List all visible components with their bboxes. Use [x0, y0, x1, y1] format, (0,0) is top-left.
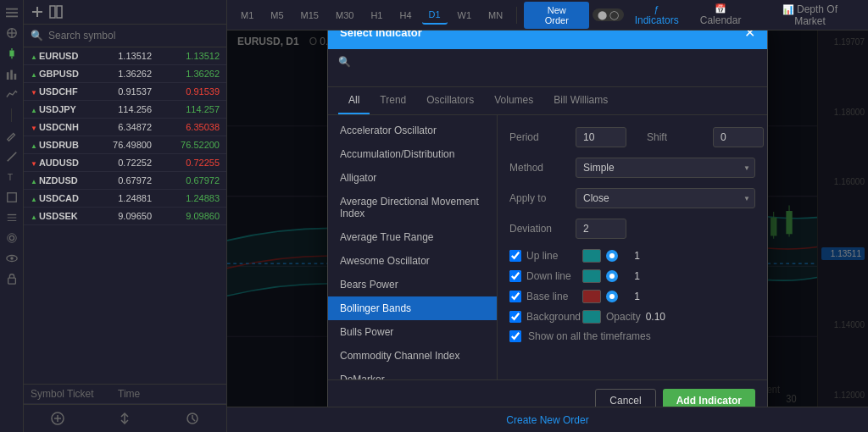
svg-rect-0	[6, 8, 18, 10]
watchlist-item[interactable]: ▲USDJPY 114.256 114.257	[24, 101, 226, 119]
down-line-weight: 1	[623, 270, 640, 282]
history-icon[interactable]	[186, 412, 199, 425]
down-line-radio[interactable]	[606, 270, 618, 282]
price-col: 0.67972	[84, 175, 152, 186]
add-indicator-button[interactable]: Add Indicator	[663, 389, 755, 407]
candle-icon[interactable]	[6, 47, 18, 59]
watchlist-item[interactable]: ▼USDCHF 0.91537 0.91539	[24, 83, 226, 101]
timeframe-H1[interactable]: H1	[364, 7, 389, 24]
timeframe-M30[interactable]: M30	[329, 7, 360, 24]
indicator-item[interactable]: Average True Range	[328, 225, 497, 249]
timeframe-W1[interactable]: W1	[451, 7, 479, 24]
indicator-item[interactable]: Awesome Oscillator	[328, 249, 497, 273]
fib-icon[interactable]	[6, 212, 18, 224]
base-line-color[interactable]	[582, 290, 601, 303]
watchlist-item[interactable]: ▲USDCAD 1.24881 1.24883	[24, 190, 226, 208]
watchlist-item[interactable]: ▼USDCNH 6.34872 6.35038	[24, 119, 226, 136]
svg-rect-6	[9, 51, 14, 57]
base-line-checkbox[interactable]	[509, 291, 521, 302]
watchlist-item[interactable]: ▲USDRUB 76.49800 76.52200	[24, 136, 226, 154]
modal-tab-oscillators[interactable]: Oscillators	[416, 87, 484, 114]
background-color-swatch[interactable]	[582, 310, 601, 324]
toggle-button[interactable]: ⬤ ◯	[593, 8, 624, 21]
watchlist-item[interactable]: ▲USDSEK 9.09650 9.09860	[24, 208, 226, 225]
indicator-item[interactable]: Accelerator Oscillator	[328, 119, 497, 142]
price-col: 9.09650	[84, 211, 152, 221]
modal-tab-volumes[interactable]: Volumes	[484, 87, 543, 114]
indicator-item[interactable]: Accumulation/Distribution	[328, 142, 497, 166]
text-tool-icon[interactable]: T	[6, 171, 18, 183]
up-line-checkbox[interactable]	[509, 250, 521, 262]
base-line-radio[interactable]	[606, 291, 618, 302]
deviation-input[interactable]	[576, 219, 626, 239]
timeframe-M5[interactable]: M5	[264, 7, 290, 24]
show-timeframes-checkbox[interactable]	[509, 330, 521, 342]
layout-icon[interactable]	[49, 5, 63, 19]
area-chart-icon[interactable]	[6, 88, 18, 100]
modal-tab-all[interactable]: All	[338, 87, 370, 114]
calendar-button[interactable]: 📅 Calendar	[686, 0, 755, 30]
modal-tab-trend[interactable]: Trend	[370, 87, 416, 114]
symbol-name: ▲USDJPY	[31, 104, 84, 114]
down-line-checkbox[interactable]	[509, 270, 521, 282]
opacity-value: 0.10	[646, 311, 665, 323]
modal-tab-bill-williams[interactable]: Bill Williams	[543, 87, 618, 114]
depth-of-market-button[interactable]: 📊 Depth Of Market	[759, 0, 861, 30]
modal-search-icon: 🔍	[338, 56, 351, 68]
settings-cog-icon[interactable]	[6, 232, 18, 244]
indicator-item[interactable]: Alligator	[328, 166, 497, 190]
price-col: 0.91537	[84, 86, 152, 97]
shapes-icon[interactable]	[6, 191, 18, 203]
modal-overlay: Select Indicator ✕ 🔍 AllTrendOscillators…	[227, 30, 868, 407]
watchlist-item[interactable]: ▼AUDUSD 0.72252 0.72255	[24, 154, 226, 172]
col-ticket: Ticket	[67, 388, 118, 400]
search-input[interactable]	[48, 30, 220, 42]
cancel-button[interactable]: Cancel	[595, 389, 655, 407]
timeframe-H4[interactable]: H4	[392, 7, 418, 24]
background-checkbox[interactable]	[509, 311, 521, 323]
base-line-label: Base line	[526, 291, 577, 302]
method-select[interactable]: Simple Exponential Smoothed Linear Weigh…	[576, 158, 755, 178]
indicator-item[interactable]: DeMarker	[328, 368, 497, 379]
hamburger-icon[interactable]	[6, 7, 18, 19]
indicator-item[interactable]: Bears Power	[328, 273, 497, 296]
indicator-item[interactable]: Bulls Power	[328, 320, 497, 344]
timeframe-M1[interactable]: M1	[234, 7, 260, 24]
timeframe-M15[interactable]: M15	[294, 7, 326, 24]
svg-text:T: T	[7, 172, 13, 182]
lock-icon[interactable]	[6, 273, 18, 285]
deviation-label: Deviation	[509, 223, 569, 235]
indicator-item[interactable]: Average Directional Movement Index	[328, 190, 497, 225]
period-input[interactable]	[576, 127, 626, 147]
watchlist-item[interactable]: ▲GBPUSD 1.36262 1.36262	[24, 65, 226, 83]
pen-icon[interactable]	[6, 130, 18, 142]
create-new-order-link[interactable]: Create New Order	[506, 414, 588, 426]
watchlist-item[interactable]: ▲EURUSD 1.13512 1.13512	[24, 47, 226, 65]
indicator-list: Accelerator OscillatorAccumulation/Distr…	[328, 115, 498, 379]
bar-chart-icon[interactable]	[6, 68, 18, 80]
plus-icon[interactable]	[31, 5, 44, 19]
crosshair-icon[interactable]	[6, 27, 18, 39]
apply-to-select[interactable]: Close Open High Low	[576, 188, 755, 208]
indicators-button[interactable]: ƒ Indicators	[631, 4, 682, 26]
new-order-button[interactable]: New Order	[524, 2, 589, 29]
eye-icon[interactable]	[6, 252, 18, 264]
timeframe-MN[interactable]: MN	[481, 7, 509, 24]
down-line-color[interactable]	[582, 269, 601, 283]
change-col: 1.24883	[152, 193, 220, 203]
shift-input[interactable]	[713, 127, 764, 147]
up-line-color[interactable]	[582, 249, 601, 263]
up-line-radio[interactable]	[606, 250, 618, 262]
down-line-row: Down line 1	[509, 269, 755, 283]
watchlist-item[interactable]: ▲NZDUSD 0.67972 0.67972	[24, 172, 226, 190]
indicator-item[interactable]: Commodity Channel Index	[328, 344, 497, 368]
transfer-icon[interactable]	[118, 412, 131, 425]
add-circle-icon[interactable]	[51, 412, 64, 425]
svg-rect-9	[6, 72, 8, 80]
timeframe-D1[interactable]: D1	[422, 6, 448, 25]
modal-close-button[interactable]: ✕	[744, 30, 755, 41]
method-row: Method Simple Exponential Smoothed Linea…	[509, 158, 755, 178]
line-tool-icon[interactable]	[6, 151, 18, 163]
indicator-item[interactable]: Bollinger Bands	[328, 296, 497, 320]
modal-search-input[interactable]	[338, 68, 757, 80]
